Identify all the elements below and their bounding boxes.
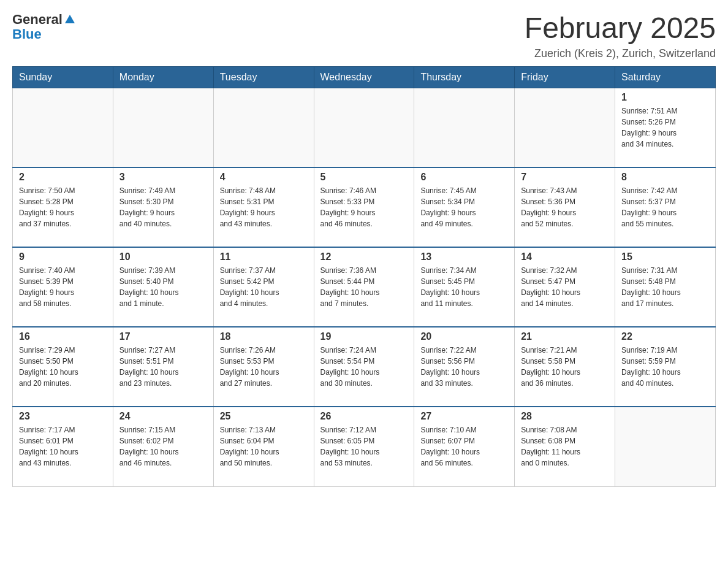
logo-blue-text: Blue: [12, 27, 76, 42]
calendar-day-cell: 16Sunrise: 7:29 AMSunset: 5:50 PMDayligh…: [13, 327, 113, 407]
calendar-day-cell: 3Sunrise: 7:49 AMSunset: 5:30 PMDaylight…: [113, 167, 213, 247]
day-number: 21: [521, 331, 609, 342]
calendar-day-cell: 9Sunrise: 7:40 AMSunset: 5:39 PMDaylight…: [13, 247, 113, 327]
day-info: Sunrise: 7:32 AMSunset: 5:47 PMDaylight:…: [521, 265, 609, 309]
calendar-day-cell: 26Sunrise: 7:12 AMSunset: 6:05 PMDayligh…: [314, 407, 414, 486]
day-number: 5: [320, 172, 408, 183]
calendar-table: Sunday Monday Tuesday Wednesday Thursday…: [12, 66, 716, 487]
calendar-day-cell: 11Sunrise: 7:37 AMSunset: 5:42 PMDayligh…: [213, 247, 314, 327]
calendar-day-cell: 25Sunrise: 7:13 AMSunset: 6:04 PMDayligh…: [213, 407, 314, 486]
col-friday: Friday: [515, 66, 615, 88]
calendar-day-cell: 7Sunrise: 7:43 AMSunset: 5:36 PMDaylight…: [515, 167, 615, 247]
logo-arrow-icon: [64, 13, 76, 26]
day-number: 16: [19, 331, 107, 342]
day-number: 6: [420, 172, 508, 183]
svg-marker-0: [65, 15, 75, 23]
day-number: 20: [420, 331, 508, 342]
day-info: Sunrise: 7:43 AMSunset: 5:36 PMDaylight:…: [521, 185, 609, 229]
day-info: Sunrise: 7:42 AMSunset: 5:37 PMDaylight:…: [621, 185, 709, 229]
day-number: 26: [320, 411, 408, 422]
col-tuesday: Tuesday: [213, 66, 314, 88]
col-wednesday: Wednesday: [314, 66, 414, 88]
calendar-week-row: 1Sunrise: 7:51 AMSunset: 5:26 PMDaylight…: [13, 88, 716, 167]
day-number: 9: [19, 251, 107, 262]
day-number: 23: [19, 411, 107, 422]
calendar-day-cell: 15Sunrise: 7:31 AMSunset: 5:48 PMDayligh…: [615, 247, 716, 327]
day-info: Sunrise: 7:50 AMSunset: 5:28 PMDaylight:…: [19, 185, 107, 229]
day-number: 3: [119, 172, 207, 183]
col-saturday: Saturday: [615, 66, 716, 88]
calendar-day-cell: 23Sunrise: 7:17 AMSunset: 6:01 PMDayligh…: [13, 407, 113, 486]
day-info: Sunrise: 7:15 AMSunset: 6:02 PMDaylight:…: [119, 424, 207, 469]
day-number: 24: [119, 411, 207, 422]
calendar-day-cell: [113, 88, 213, 167]
day-number: 13: [420, 251, 508, 262]
calendar-title: February 2025: [525, 12, 716, 45]
day-number: 19: [320, 331, 408, 342]
calendar-day-cell: 14Sunrise: 7:32 AMSunset: 5:47 PMDayligh…: [515, 247, 615, 327]
day-info: Sunrise: 7:46 AMSunset: 5:33 PMDaylight:…: [320, 185, 408, 229]
day-number: 1: [621, 92, 709, 103]
calendar-day-cell: 28Sunrise: 7:08 AMSunset: 6:08 PMDayligh…: [515, 407, 615, 486]
day-number: 17: [119, 331, 207, 342]
day-info: Sunrise: 7:37 AMSunset: 5:42 PMDaylight:…: [220, 265, 308, 309]
calendar-day-cell: 27Sunrise: 7:10 AMSunset: 6:07 PMDayligh…: [414, 407, 515, 486]
day-number: 8: [621, 172, 709, 183]
day-number: 10: [119, 251, 207, 262]
day-number: 2: [19, 172, 107, 183]
col-monday: Monday: [113, 66, 213, 88]
calendar-day-cell: 12Sunrise: 7:36 AMSunset: 5:44 PMDayligh…: [314, 247, 414, 327]
calendar-day-cell: [615, 407, 716, 486]
calendar-day-cell: [515, 88, 615, 167]
day-number: 11: [220, 251, 308, 262]
calendar-day-cell: [314, 88, 414, 167]
calendar-day-cell: 22Sunrise: 7:19 AMSunset: 5:59 PMDayligh…: [615, 327, 716, 407]
calendar-week-row: 2Sunrise: 7:50 AMSunset: 5:28 PMDaylight…: [13, 167, 716, 247]
day-info: Sunrise: 7:12 AMSunset: 6:05 PMDaylight:…: [320, 424, 408, 469]
col-thursday: Thursday: [414, 66, 515, 88]
day-info: Sunrise: 7:51 AMSunset: 5:26 PMDaylight:…: [621, 105, 709, 150]
day-info: Sunrise: 7:19 AMSunset: 5:59 PMDaylight:…: [621, 345, 709, 389]
day-info: Sunrise: 7:36 AMSunset: 5:44 PMDaylight:…: [320, 265, 408, 309]
day-number: 22: [621, 331, 709, 342]
day-number: 12: [320, 251, 408, 262]
day-info: Sunrise: 7:22 AMSunset: 5:56 PMDaylight:…: [420, 345, 508, 389]
calendar-day-cell: 17Sunrise: 7:27 AMSunset: 5:51 PMDayligh…: [113, 327, 213, 407]
day-number: 15: [621, 251, 709, 262]
calendar-day-cell: 6Sunrise: 7:45 AMSunset: 5:34 PMDaylight…: [414, 167, 515, 247]
day-info: Sunrise: 7:34 AMSunset: 5:45 PMDaylight:…: [420, 265, 508, 309]
calendar-day-cell: [414, 88, 515, 167]
calendar-day-cell: 20Sunrise: 7:22 AMSunset: 5:56 PMDayligh…: [414, 327, 515, 407]
day-info: Sunrise: 7:29 AMSunset: 5:50 PMDaylight:…: [19, 345, 107, 389]
day-info: Sunrise: 7:45 AMSunset: 5:34 PMDaylight:…: [420, 185, 508, 229]
header-row: Sunday Monday Tuesday Wednesday Thursday…: [13, 66, 716, 88]
calendar-day-cell: 19Sunrise: 7:24 AMSunset: 5:54 PMDayligh…: [314, 327, 414, 407]
day-number: 4: [220, 172, 308, 183]
day-info: Sunrise: 7:26 AMSunset: 5:53 PMDaylight:…: [220, 345, 308, 389]
page-header: General Blue February 2025 Zuerich (Krei…: [12, 12, 716, 60]
day-info: Sunrise: 7:10 AMSunset: 6:07 PMDaylight:…: [420, 424, 508, 469]
day-info: Sunrise: 7:49 AMSunset: 5:30 PMDaylight:…: [119, 185, 207, 229]
calendar-day-cell: 5Sunrise: 7:46 AMSunset: 5:33 PMDaylight…: [314, 167, 414, 247]
day-info: Sunrise: 7:13 AMSunset: 6:04 PMDaylight:…: [220, 424, 308, 469]
calendar-day-cell: 10Sunrise: 7:39 AMSunset: 5:40 PMDayligh…: [113, 247, 213, 327]
day-info: Sunrise: 7:39 AMSunset: 5:40 PMDaylight:…: [119, 265, 207, 309]
day-info: Sunrise: 7:31 AMSunset: 5:48 PMDaylight:…: [621, 265, 709, 309]
col-sunday: Sunday: [13, 66, 113, 88]
logo-general-text: General: [12, 12, 63, 27]
calendar-day-cell: 1Sunrise: 7:51 AMSunset: 5:26 PMDaylight…: [615, 88, 716, 167]
calendar-day-cell: [213, 88, 314, 167]
calendar-week-row: 16Sunrise: 7:29 AMSunset: 5:50 PMDayligh…: [13, 327, 716, 407]
day-number: 14: [521, 251, 609, 262]
day-info: Sunrise: 7:21 AMSunset: 5:58 PMDaylight:…: [521, 345, 609, 389]
day-number: 28: [521, 411, 609, 422]
calendar-day-cell: 13Sunrise: 7:34 AMSunset: 5:45 PMDayligh…: [414, 247, 515, 327]
day-info: Sunrise: 7:27 AMSunset: 5:51 PMDaylight:…: [119, 345, 207, 389]
calendar-subtitle: Zuerich (Kreis 2), Zurich, Switzerland: [525, 47, 716, 60]
calendar-day-cell: 21Sunrise: 7:21 AMSunset: 5:58 PMDayligh…: [515, 327, 615, 407]
title-block: February 2025 Zuerich (Kreis 2), Zurich,…: [525, 12, 716, 60]
day-info: Sunrise: 7:17 AMSunset: 6:01 PMDaylight:…: [19, 424, 107, 469]
day-info: Sunrise: 7:08 AMSunset: 6:08 PMDaylight:…: [521, 424, 609, 469]
calendar-day-cell: 8Sunrise: 7:42 AMSunset: 5:37 PMDaylight…: [615, 167, 716, 247]
day-number: 27: [420, 411, 508, 422]
